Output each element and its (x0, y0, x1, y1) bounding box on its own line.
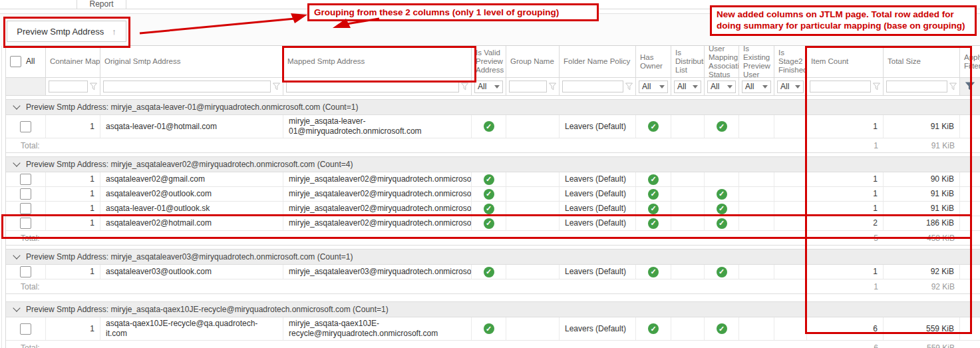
group-header-label: Preview Smtp Address: miryje_asqataleave… (26, 252, 353, 261)
filter-funnel-icon[interactable] (625, 83, 633, 90)
filter-funnel-icon[interactable] (549, 83, 556, 90)
column-header-group[interactable]: Group Name (506, 46, 560, 77)
grid-header-row: AllContainer MappingOriginal Smtp Addres… (6, 46, 980, 78)
filter-select-owner[interactable]: All (639, 81, 668, 93)
group-header-row[interactable]: Preview Smtp Address: miryje_asqata-qaex… (6, 301, 980, 317)
cell-mapped: miryje_asqataleaver03@miryquadrotech.onm… (283, 265, 472, 279)
cell-valid: ✓ (472, 187, 506, 201)
column-header-apply[interactable]: Apply Filter (960, 46, 980, 77)
group-header-label: Preview Smtp Address: miryje_asqataleave… (26, 160, 353, 169)
filter-select-existing[interactable]: All (742, 81, 771, 93)
row-checkbox[interactable] (20, 121, 31, 132)
row-checkbox[interactable] (20, 188, 31, 200)
column-header-folder[interactable]: Folder Name Policy (560, 46, 636, 77)
cell-apply (960, 187, 980, 201)
cell-valid: ✓ (472, 216, 506, 230)
group-header-row[interactable]: Preview Smtp Address: miryje_asqataleave… (6, 156, 980, 172)
filter-input-container[interactable] (49, 81, 88, 92)
cell-group (506, 216, 560, 230)
cell-stage2 (774, 187, 807, 201)
cell-dist (671, 172, 705, 186)
filter-input-original[interactable] (103, 81, 271, 92)
column-header-valid[interactable]: Is Valid Preview Address (472, 46, 506, 77)
column-header-sel[interactable]: All (6, 46, 46, 77)
cell-dist (671, 187, 705, 201)
column-header-uma[interactable]: User Mapping Association Status (705, 46, 739, 77)
cell-original: asqataleaver02@outlook.com (100, 187, 283, 201)
group-header-label: Preview Smtp Address: miryje_asqata-leav… (26, 102, 358, 112)
row-checkbox[interactable] (20, 323, 31, 335)
cell-uma: ✓ (705, 317, 739, 340)
apply-filter-funnel-icon[interactable] (965, 82, 975, 91)
column-header-size[interactable]: Total Size (884, 46, 960, 77)
cell-folder: Leavers (Default) (560, 202, 636, 216)
groupby-chip-label: Preview Smtp Address (17, 27, 104, 37)
caret-down-icon (762, 85, 768, 88)
filter-input-mapped[interactable] (286, 81, 459, 92)
group-total-label: Total: (6, 343, 807, 348)
filter-funnel-icon[interactable] (90, 83, 97, 90)
column-header-stage2[interactable]: Is Stage2 Finished (774, 46, 807, 77)
filter-select-value: All (478, 82, 486, 91)
groupby-chip-preview-smtp-address[interactable]: Preview Smtp Address ↑ (7, 21, 126, 42)
cell-folder: Leavers (Default) (560, 115, 636, 138)
cell-apply (960, 265, 980, 279)
row-checkbox[interactable] (20, 266, 31, 277)
filter-select-dist[interactable]: All (674, 81, 701, 93)
cell-stage2 (774, 265, 807, 279)
caret-down-icon (727, 85, 733, 88)
group-header-row[interactable]: Preview Smtp Address: miryje_asqataleave… (6, 249, 980, 265)
filter-cell-stage2: All (774, 78, 807, 95)
filter-input-items[interactable] (810, 81, 871, 92)
group-section: Preview Smtp Address: miryje_asqata-qaex… (6, 301, 980, 348)
cell-valid: ✓ (472, 202, 506, 216)
group-section: Preview Smtp Address: miryje_asqataleave… (6, 249, 980, 294)
column-header-dist[interactable]: Is Distribution List (671, 46, 705, 77)
filter-cell-folder (560, 78, 636, 95)
cell-folder: Leavers (Default) (560, 265, 636, 279)
row-checkbox[interactable] (20, 203, 31, 214)
column-header-container[interactable]: Container Mapping (46, 46, 100, 77)
filter-cell-dist: All (671, 78, 705, 95)
cell-mapped: miryje_asqata-qaex10JE-recycle@miryquadr… (283, 317, 472, 340)
column-header-original[interactable]: Original Smtp Address (100, 46, 283, 77)
column-header-mapped[interactable]: Mapped Smtp Address (283, 46, 472, 77)
filter-funnel-icon[interactable] (949, 83, 957, 90)
group-total-label: Total: (6, 282, 807, 291)
success-check-icon: ✓ (648, 174, 659, 185)
caret-down-icon (494, 85, 500, 88)
tab-report[interactable]: Report (77, 0, 126, 9)
cell-uma: ✓ (705, 216, 739, 230)
filter-funnel-icon[interactable] (273, 83, 280, 90)
filter-input-folder[interactable] (562, 81, 623, 92)
group-header-row[interactable]: Preview Smtp Address: miryje_asqata-leav… (6, 99, 980, 115)
cell-uma (705, 172, 739, 186)
filter-input-group[interactable] (509, 81, 547, 92)
filter-funnel-icon[interactable] (461, 83, 468, 90)
filter-input-size[interactable] (886, 81, 947, 92)
filter-funnel-icon[interactable] (873, 83, 880, 90)
success-check-icon: ✓ (717, 189, 727, 200)
select-all-checkbox[interactable] (10, 56, 21, 67)
row-checkbox[interactable] (20, 218, 31, 229)
filter-select-value: All (780, 82, 789, 91)
chevron-down-icon (13, 304, 20, 311)
filter-select-value: All (711, 82, 719, 91)
filter-select-uma[interactable]: All (707, 81, 736, 93)
column-header-items[interactable]: Item Count (807, 46, 884, 77)
row-checkbox[interactable] (20, 174, 31, 185)
success-check-icon: ✓ (717, 267, 727, 277)
cell-mapped: miryje_asqataleaver02@miryquadrotech.onm… (283, 216, 472, 230)
filter-select-stage2[interactable]: All (777, 81, 804, 93)
column-header-owner[interactable]: Has Owner (636, 46, 671, 77)
cell-container: 1 (46, 317, 100, 340)
cell-folder: Leavers (Default) (560, 172, 636, 186)
cell-owner: ✓ (636, 202, 671, 216)
success-check-icon: ✓ (484, 121, 494, 132)
filter-select-valid[interactable]: All (474, 81, 503, 93)
filter-cell-apply (960, 78, 980, 95)
group-header-label: Preview Smtp Address: miryje_asqata-qaex… (26, 305, 389, 314)
cell-uma: ✓ (705, 202, 739, 216)
success-check-icon: ✓ (484, 218, 494, 229)
column-header-existing[interactable]: Is Existing Preview User (739, 46, 774, 77)
